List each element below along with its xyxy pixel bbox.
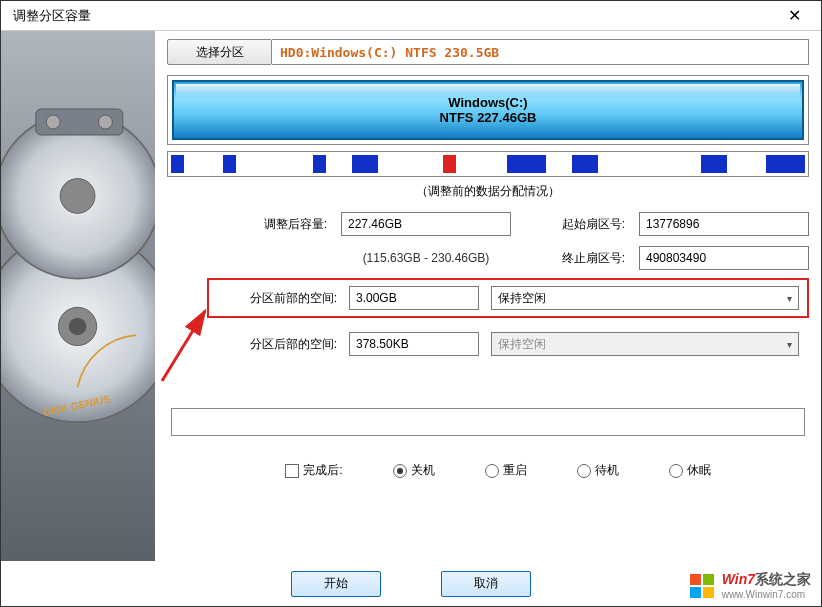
radio-icon [485, 464, 499, 478]
start-sector-label: 起始扇区号: [525, 216, 625, 233]
start-sector-input[interactable] [639, 212, 809, 236]
back-space-row: 分区后部的空间: 保持空闲 ▾ [207, 326, 809, 362]
watermark-url: www.Winwin7.com [722, 589, 811, 600]
sidebar-image: DISK GENIUS [1, 31, 155, 561]
dialog-body: DISK GENIUS 选择分区 HD0:Windows(C:) NTFS 23… [1, 31, 821, 561]
back-space-input[interactable] [349, 332, 479, 356]
data-allocation-strip [171, 155, 805, 173]
partition-name: Windows(C:) [448, 95, 527, 110]
svg-rect-10 [690, 574, 701, 585]
dialog-window: 调整分区容量 ✕ DISK GENIUS [0, 0, 822, 607]
data-strip-container [167, 151, 809, 177]
svg-point-7 [98, 115, 112, 129]
close-icon[interactable]: ✕ [780, 6, 809, 25]
radio-standby[interactable]: 待机 [577, 462, 619, 479]
radio-shutdown-label: 关机 [411, 462, 435, 479]
svg-rect-13 [703, 587, 714, 598]
size-after-input[interactable] [341, 212, 511, 236]
checkbox-icon [285, 464, 299, 478]
chevron-down-icon: ▾ [787, 293, 792, 304]
windows-logo-icon [688, 572, 716, 600]
radio-icon [669, 464, 683, 478]
partition-bar[interactable]: Windows(C:) NTFS 227.46GB [172, 80, 804, 140]
after-action-checkbox[interactable]: 完成后: [285, 462, 342, 479]
titlebar: 调整分区容量 ✕ [1, 1, 821, 31]
radio-icon [577, 464, 591, 478]
svg-rect-11 [703, 574, 714, 585]
data-info-label: （调整前的数据分配情况） [167, 183, 809, 200]
radio-icon [393, 464, 407, 478]
select-partition-row: 选择分区 HD0:Windows(C:) NTFS 230.5GB [167, 39, 809, 65]
end-sector-input[interactable] [639, 246, 809, 270]
radio-standby-label: 待机 [595, 462, 619, 479]
back-space-action-value: 保持空闲 [498, 336, 546, 353]
radio-restart-label: 重启 [503, 462, 527, 479]
front-space-action-select[interactable]: 保持空闲 ▾ [491, 286, 799, 310]
front-space-label: 分区前部的空间: [217, 290, 337, 307]
disk-description: HD0:Windows(C:) NTFS 230.5GB [272, 39, 809, 65]
watermark-brand1: Win7 [722, 571, 755, 587]
front-space-row-wrap: 分区前部的空间: 保持空闲 ▾ [207, 278, 809, 318]
svg-point-4 [60, 179, 95, 214]
front-space-input[interactable] [349, 286, 479, 310]
progress-placeholder [171, 408, 805, 436]
radio-hibernate-label: 休眠 [687, 462, 711, 479]
after-action-label: 完成后: [303, 462, 342, 479]
main-panel: 选择分区 HD0:Windows(C:) NTFS 230.5GB Window… [155, 31, 821, 561]
size-range-text: (115.63GB - 230.46GB) [341, 251, 511, 265]
svg-rect-12 [690, 587, 701, 598]
watermark: Win7系统之家 www.Winwin7.com [688, 571, 811, 600]
watermark-brand2: 系统之家 [755, 571, 811, 587]
front-space-action-value: 保持空闲 [498, 290, 546, 307]
end-sector-label: 终止扇区号: [525, 250, 625, 267]
svg-point-6 [46, 115, 60, 129]
svg-line-9 [162, 311, 205, 381]
front-space-row: 分区前部的空间: 保持空闲 ▾ [207, 278, 809, 318]
partition-bar-container: Windows(C:) NTFS 227.46GB [167, 75, 809, 145]
partition-size: NTFS 227.46GB [440, 110, 537, 125]
back-space-label: 分区后部的空间: [217, 336, 337, 353]
dialog-title: 调整分区容量 [13, 7, 91, 25]
form-grid: 调整后容量: 起始扇区号: (115.63GB - 230.46GB) 终止扇区… [207, 212, 809, 270]
select-partition-button[interactable]: 选择分区 [167, 39, 272, 65]
radio-restart[interactable]: 重启 [485, 462, 527, 479]
radio-shutdown[interactable]: 关机 [393, 462, 435, 479]
cancel-button[interactable]: 取消 [441, 571, 531, 597]
arrow-annotation-icon [157, 306, 217, 386]
svg-point-2 [69, 318, 86, 335]
chevron-down-icon: ▾ [787, 339, 792, 350]
back-space-action-select: 保持空闲 ▾ [491, 332, 799, 356]
start-button[interactable]: 开始 [291, 571, 381, 597]
radio-hibernate[interactable]: 休眠 [669, 462, 711, 479]
size-after-label: 调整后容量: [207, 216, 327, 233]
after-action-options: 完成后: 关机 重启 待机 休眠 [167, 462, 809, 479]
